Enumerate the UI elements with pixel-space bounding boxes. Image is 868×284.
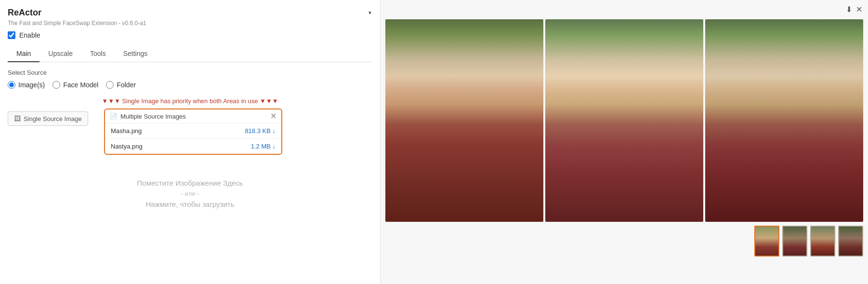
download-button[interactable]: ⬇ [846, 5, 852, 14]
source-radio-face-model[interactable] [53, 81, 60, 89]
thumbnail-img-4 [839, 227, 862, 256]
app-title: ReActor [8, 8, 41, 18]
left-panel: ReActor ▼ The Fast and Simple FaceSwap E… [0, 0, 381, 284]
msp-file-name-2: Nastya.png [111, 143, 143, 150]
source-option-images-label: Image(s) [18, 81, 45, 89]
msp-file-row-1: Masha.png 818.3 KB ↓ [105, 123, 281, 139]
tab-upscale[interactable]: Upscale [39, 46, 81, 62]
multiple-source-panel: 📄 Multiple Source Images ✕ Masha.png 818… [104, 108, 282, 155]
msp-file-size-1[interactable]: 818.3 KB ↓ [245, 127, 276, 135]
tab-settings[interactable]: Settings [115, 46, 157, 62]
close-right-button[interactable]: ✕ [856, 5, 862, 14]
upload-text-main: Поместите Изображение Здесь [22, 179, 358, 187]
thumbnail-img-2 [783, 227, 806, 256]
thumbnail-3[interactable] [810, 226, 835, 257]
main-image-3 [705, 19, 863, 222]
tab-tools[interactable]: Tools [81, 46, 115, 62]
single-source-label: Single Source Image [24, 115, 82, 122]
msp-title: 📄 Multiple Source Images [110, 113, 186, 120]
enable-row: Enable [8, 31, 372, 39]
select-source-label: Select Source [8, 69, 372, 76]
source-option-folder-label: Folder [117, 81, 136, 89]
woman-image-2 [545, 19, 703, 222]
source-option-face-model[interactable]: Face Model [53, 81, 98, 89]
source-option-images[interactable]: Image(s) [8, 81, 45, 89]
thumbnail-1[interactable] [754, 226, 779, 257]
upload-area[interactable]: Поместите Изображение Здесь - или - Нажм… [8, 164, 372, 223]
woman-image-3 [705, 19, 863, 222]
msp-close-button[interactable]: ✕ [270, 112, 276, 120]
msp-header: 📄 Multiple Source Images ✕ [105, 109, 281, 123]
tab-bar: Main Upscale Tools Settings [8, 46, 372, 62]
thumbnail-4[interactable] [838, 226, 863, 257]
source-option-folder[interactable]: Folder [106, 81, 136, 89]
collapse-icon[interactable]: ▼ [368, 10, 372, 15]
app-header: ReActor ▼ [8, 8, 372, 18]
thumbnail-2[interactable] [782, 226, 807, 257]
thumbnail-img-3 [811, 227, 834, 256]
warning-banner: ▼▼▼ Single Image has priority when both … [8, 97, 372, 105]
main-image-1 [385, 19, 543, 222]
main-image-container [385, 19, 863, 222]
msp-file-row-2: Nastya.png 1.2 MB ↓ [105, 139, 281, 154]
right-top-actions: ⬇ ✕ [846, 5, 862, 14]
right-panel: ⬇ ✕ [381, 0, 868, 284]
msp-title-label: Multiple Source Images [120, 113, 186, 120]
single-source-image-button[interactable]: 🖼 Single Source Image [8, 111, 88, 126]
woman-image-1 [385, 19, 543, 222]
source-options: Image(s) Face Model Folder [8, 81, 372, 89]
app-subtitle: The Fast and Simple FaceSwap Extension -… [8, 20, 372, 27]
thumbnails-row [385, 226, 863, 257]
upload-text-or: - или - [22, 190, 358, 197]
source-area: 🖼 Single Source Image 📄 Multiple Source … [8, 110, 372, 126]
msp-file-name-1: Masha.png [111, 127, 142, 135]
enable-label[interactable]: Enable [19, 31, 40, 39]
tab-main[interactable]: Main [8, 46, 39, 62]
enable-checkbox[interactable] [8, 31, 15, 39]
source-option-face-model-label: Face Model [63, 81, 98, 89]
source-radio-folder[interactable] [106, 81, 114, 89]
doc-icon: 📄 [110, 113, 118, 120]
source-radio-images[interactable] [8, 81, 15, 89]
upload-text-click: Нажмите, чтобы загрузить [22, 200, 358, 208]
main-image-2 [545, 19, 703, 222]
image-icon: 🖼 [14, 115, 21, 122]
thumbnail-img-1 [755, 227, 778, 256]
msp-file-size-2[interactable]: 1.2 MB ↓ [251, 143, 276, 150]
